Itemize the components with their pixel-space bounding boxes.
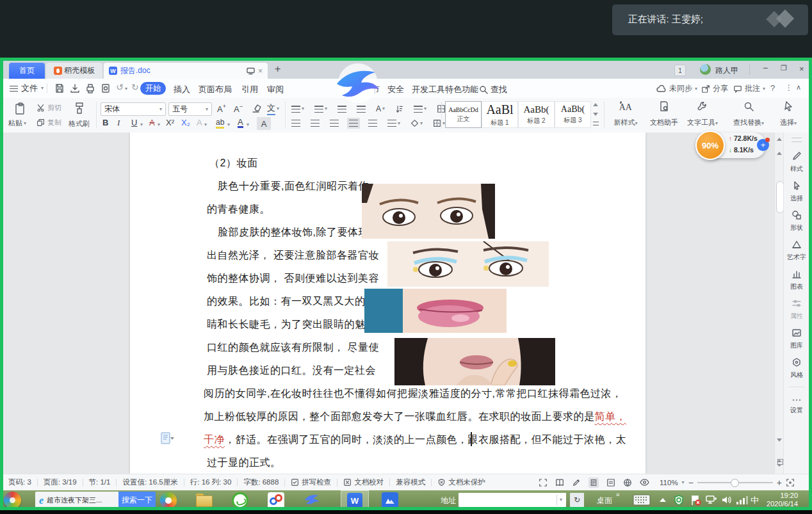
security-shield-icon[interactable] <box>674 495 684 506</box>
volume-icon[interactable] <box>721 495 731 505</box>
panel-drag-handle[interactable] <box>792 138 802 142</box>
menu-tab-page-layout[interactable]: 页面布局 <box>199 84 232 95</box>
menu-tab-reference[interactable]: 引用 <box>241 84 258 95</box>
outline-view-icon[interactable] <box>606 478 615 487</box>
style-heading1[interactable]: AaBl 标题 1 <box>482 101 518 128</box>
file-explorer-icon[interactable] <box>196 494 213 507</box>
shading-button[interactable]: ▾ <box>410 119 423 127</box>
bullet-list-button[interactable]: ▾ <box>291 106 304 113</box>
styles-scroll-down-icon[interactable] <box>593 113 598 116</box>
underline-button[interactable]: U <box>131 118 137 127</box>
clock[interactable]: 19:20 2020/6/14 <box>761 492 798 508</box>
status-section[interactable]: 节: 1/1 <box>89 478 111 487</box>
fullscreen-view-icon[interactable] <box>539 478 548 487</box>
file-menu[interactable]: 文件 ▾ <box>10 79 44 98</box>
doc-assistant-button[interactable]: 文档助手 <box>646 100 682 127</box>
panel-item-shapes[interactable]: 形状 <box>784 210 809 232</box>
scroll-up-icon[interactable] <box>777 152 782 155</box>
font-size-select[interactable]: 五号 ▾ <box>168 102 212 116</box>
action-center-flag-icon[interactable] <box>690 495 701 506</box>
toolbar-overflow-icon[interactable]: » <box>616 491 620 498</box>
scroll-top-icon[interactable] <box>777 138 782 141</box>
strikethrough-button[interactable]: A <box>149 118 155 127</box>
text-tool-button[interactable]: 文字工具▾ <box>685 100 720 127</box>
panel-item-theme[interactable]: 风格 <box>784 357 809 380</box>
panel-item-settings[interactable]: 设置 <box>784 394 809 415</box>
status-page[interactable]: 页面: 3/19 <box>44 478 77 487</box>
increase-indent-button[interactable] <box>357 106 366 113</box>
zoom-slider[interactable] <box>697 482 773 483</box>
align-right-button[interactable] <box>330 120 339 127</box>
doc-line[interactable]: 用与肤色接近的口红。没有一定社会 <box>207 364 376 378</box>
tray-expand-icon[interactable] <box>660 498 666 502</box>
grow-font-button[interactable]: A+ <box>217 103 226 115</box>
scroll-down-icon[interactable] <box>777 438 782 442</box>
touch-keyboard-icon[interactable] <box>633 494 651 506</box>
tab-count-badge[interactable]: 1 <box>674 65 686 76</box>
distribute-button[interactable] <box>368 120 377 127</box>
line-spacing-button[interactable]: ▾ <box>387 120 400 127</box>
redo-icon[interactable]: ↻ <box>131 82 139 92</box>
status-page-number[interactable]: 页码: 3 <box>8 478 31 487</box>
menu-tab-features[interactable]: 特色功能 <box>445 84 478 95</box>
styles-scroll[interactable] <box>591 101 600 128</box>
char-shading-dropdown-icon[interactable]: ▾ <box>204 122 207 127</box>
address-go-button[interactable]: ↻ <box>570 493 584 507</box>
new-style-button[interactable]: AA 新样式▾ <box>608 100 644 127</box>
menu-tab-security[interactable]: 安全 <box>387 84 404 95</box>
panel-item-chart[interactable]: 图表 <box>784 269 809 291</box>
export-icon[interactable] <box>70 83 80 93</box>
meeting-app-icon[interactable] <box>382 492 398 509</box>
restore-button[interactable]: ❐ <box>781 64 787 72</box>
share-screen-icon[interactable] <box>247 67 255 75</box>
sort-icon[interactable] <box>395 105 403 113</box>
desktop-toolbar-label[interactable]: 桌面 <box>597 495 612 506</box>
zoom-dropdown-icon[interactable]: ▾ <box>682 480 685 485</box>
char-scale-button[interactable]: A▾ <box>376 105 385 113</box>
print-icon[interactable] <box>85 83 95 93</box>
zoom-in-button[interactable]: + <box>777 478 782 488</box>
find-replace-button[interactable]: 查找替换▾ <box>731 100 767 127</box>
format-painter-label[interactable]: 格式刷 <box>69 119 90 129</box>
styles-scroll-up-icon[interactable] <box>593 103 598 106</box>
browser-green-icon[interactable] <box>232 492 248 509</box>
select-button[interactable]: 选择▾ <box>770 100 806 127</box>
doc-line[interactable]: 阅历的女同学,在化妆时往往也不懂得如何把握淡雅适度的分寸,常常把口红抹得霜色过浓… <box>204 387 622 401</box>
paste-button[interactable]: 粘贴 ▾ <box>8 118 26 128</box>
phonetic-guide-button[interactable]: 文 ▾ <box>267 102 279 115</box>
align-left-button[interactable] <box>291 120 300 127</box>
photo-lips-gloss[interactable] <box>364 289 507 333</box>
menu-tab-find[interactable]: 查找 <box>478 84 507 95</box>
paste-icon[interactable] <box>13 102 28 116</box>
photo-eyes-colored[interactable] <box>387 241 549 287</box>
doc-line[interactable]: 睛和长长睫毛，为了突出眼睛的魅力， <box>207 318 387 332</box>
panel-item-gallery[interactable]: 图库 <box>784 328 809 350</box>
doc-line[interactable]: 的青春健康。 <box>207 203 270 216</box>
close-tab-icon[interactable]: × <box>258 67 263 75</box>
menu-tab-insert[interactable]: 插入 <box>174 84 190 95</box>
highlight-button[interactable]: ab <box>216 118 224 129</box>
news-widget[interactable]: e 超市连夜下架三... <box>35 492 118 509</box>
spell-check-button[interactable]: 拼写检查 <box>291 478 331 487</box>
font-color-dropdown-icon[interactable]: ▾ <box>247 122 249 127</box>
undo-icon[interactable]: ↺ <box>116 82 124 92</box>
shrink-font-button[interactable]: A− <box>234 103 243 115</box>
italic-button[interactable]: I <box>117 118 120 127</box>
menu-tab-review[interactable]: 审阅 <box>267 84 284 95</box>
superscript-button[interactable]: X² <box>166 118 174 127</box>
wps-taskbar-highlight[interactable]: W <box>341 490 369 510</box>
signal-bars-icon[interactable] <box>736 496 748 504</box>
doc-line[interactable]: 干净，舒适。在强调了五官的同时，淡淡的上一点颜色，跟衣服搭配，但不能过于浓艳，太 <box>204 433 626 447</box>
doc-line[interactable]: （2）妆面 <box>209 157 257 170</box>
new-tab-button[interactable]: + <box>275 63 280 75</box>
panel-item-wordart[interactable]: 艺术字 <box>784 239 809 262</box>
tab-document[interactable]: W 报告.doc × <box>104 63 268 79</box>
print-preview-icon[interactable] <box>101 83 111 93</box>
doc-line[interactable]: 肤色十分重要,面色红润昭示着你 <box>218 180 369 193</box>
search-button[interactable]: 搜索一下 <box>118 492 156 509</box>
paste-options-icon[interactable] <box>161 432 176 445</box>
fit-page-icon[interactable] <box>786 478 795 487</box>
doc-line[interactable]: 加上粉低较厚的原因，整个面部愈发夸大了一张喋血红唇。在求职的妆面上要求的是简单， <box>204 410 626 424</box>
bird-app-icon[interactable] <box>304 492 320 509</box>
tab-home[interactable]: 首页 <box>9 63 45 79</box>
